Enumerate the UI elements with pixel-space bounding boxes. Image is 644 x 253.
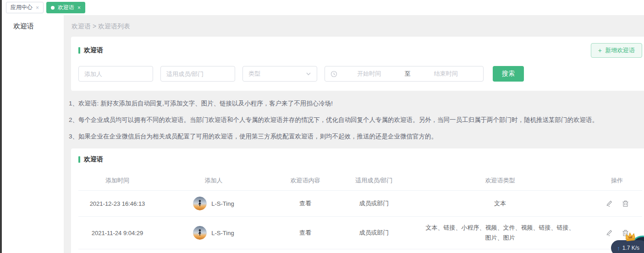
table-section-title: 欢迎语 [78,155,642,164]
active-dot-icon [51,6,55,10]
sidebar: 欢迎语 [2,15,64,253]
avatar [193,226,207,240]
message-type: 文本、链接、小程序、视频、文件、视频、链接、链接、图片、图片 [424,223,576,243]
help-notes: 1、欢迎语: 新好友添加后自动回复,可添加文字、图片、链接以及小程序，客户来了不… [69,99,644,141]
sidebar-item-welcome-message[interactable]: 欢迎语 [2,15,64,31]
adder-name: L-S-Ting [211,200,234,207]
date-range-picker[interactable]: 开始时间 至 结束时间 [325,66,484,82]
delete-button[interactable] [622,200,629,207]
table-row: 2021-11-24 9:04:29 L-S-Ting 查看 成员或部门 文本、… [78,216,642,249]
edit-button[interactable] [605,229,613,236]
chevron-down-icon [306,71,311,77]
tab-label: 应用中心 [11,4,33,11]
left-edge-strip [0,0,2,253]
clock-icon [330,71,337,77]
avatar [193,197,207,210]
add-welcome-message-button[interactable]: + 新增欢迎语 [591,43,642,58]
edit-button[interactable] [605,200,613,207]
table-card: 欢迎语 添加时间 添加人 欢迎语内容 适用成员/部门 欢迎语类型 操作 2021… [71,148,644,253]
note-line: 3、如果企业在企业微信后台为相关成员配置了可用的欢迎语，使用第三方系统配置欢迎语… [69,132,644,141]
speed-value: 1.7 K/s [622,245,639,251]
range-separator: 至 [401,70,414,78]
start-time-field[interactable]: 开始时间 [337,70,401,78]
column-header: 添加时间 [78,176,156,185]
close-icon[interactable]: × [36,5,39,11]
adder-input[interactable] [78,66,153,82]
tab-label: 欢迎语 [58,4,74,11]
view-content-link[interactable]: 查看 [299,229,311,236]
welcome-message-table: 添加时间 添加人 欢迎语内容 适用成员/部门 欢迎语类型 操作 2021-12-… [78,171,642,253]
pencil-icon [605,200,613,207]
message-type: 文本 [494,198,506,209]
pencil-icon [605,229,613,236]
column-header: 欢迎语内容 [271,176,340,185]
trash-icon [622,200,629,207]
tab-app-center[interactable]: 应用中心 × [6,2,44,13]
table-row: 2021-11-23 17:39:17 L-S-Ting 查看 全体 文本、文件 [78,249,642,253]
plus-icon: + [598,47,602,54]
filter-card: 欢迎语 + 新增欢迎语 类型 开始时间 至 结束时间 搜索 [71,37,644,91]
column-header: 操作 [592,176,642,185]
table-header-row: 添加时间 添加人 欢迎语内容 适用成员/部门 欢迎语类型 操作 [78,171,642,190]
end-time-field[interactable]: 结束时间 [414,70,478,78]
scope: 成员或部门 [340,229,408,237]
tab-welcome-message[interactable]: 欢迎语 × [46,2,85,13]
main-content: 欢迎语 > 欢迎语列表 欢迎语 + 新增欢迎语 类型 开始时间 至 结 [64,15,644,253]
download-speed-widget[interactable]: ↑ 1.7 K/s [611,240,644,253]
member-department-input[interactable] [160,66,235,82]
section-title-bar [78,47,80,54]
search-button[interactable]: 搜索 [493,66,524,82]
added-time: 2021-12-23 16:46:13 [78,200,156,207]
section-title-bar [78,156,80,163]
note-line: 1、欢迎语: 新好友添加后自动回复,可添加文字、图片、链接以及小程序，客户来了不… [69,99,644,108]
note-line: 2、每个企业成员均可以拥有不同的欢迎语。当部门欢迎语和个人专属的欢迎语并存的情况… [69,116,644,125]
tab-bar: 应用中心 × 欢迎语 × [2,0,644,15]
table-row: 2021-12-23 16:46:13 L-S-Ting 查看 成员或部门 文本 [78,190,642,216]
column-header: 适用成员/部门 [340,176,408,185]
filter-section-title: 欢迎语 [78,46,103,55]
adder-name: L-S-Ting [211,230,234,236]
close-icon[interactable]: × [77,5,81,11]
added-time: 2021-11-24 9:04:29 [78,230,156,236]
column-header: 添加人 [156,176,271,185]
breadcrumb: 欢迎语 > 欢迎语列表 [64,15,644,37]
column-header: 欢迎语类型 [408,176,592,185]
scope: 成员或部门 [340,199,408,208]
svg-text:VIP: VIP [628,236,633,239]
type-select[interactable]: 类型 [242,66,317,82]
vip-crown-icon: VIP [624,231,637,242]
view-content-link[interactable]: 查看 [299,200,311,207]
upload-arrow-icon: ↑ [617,245,620,252]
